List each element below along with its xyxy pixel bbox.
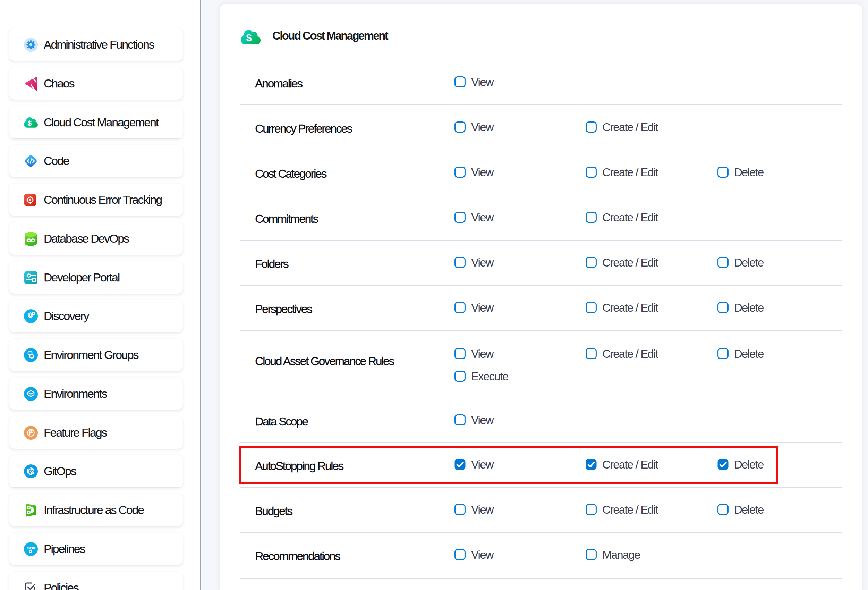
svg-text:$: $	[246, 32, 251, 43]
svg-text:$: $	[28, 119, 32, 127]
